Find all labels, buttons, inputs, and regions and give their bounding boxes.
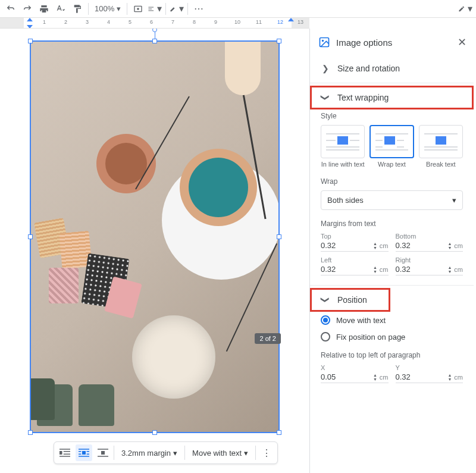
svg-rect-15: [98, 456, 108, 457]
more-icon[interactable]: ⋯: [192, 2, 206, 16]
svg-rect-6: [79, 449, 89, 450]
dropdown-icon: ▾: [244, 449, 248, 458]
wrap-label: Wrap: [321, 177, 463, 186]
svg-rect-5: [60, 456, 70, 457]
paint-format-icon[interactable]: [70, 2, 84, 16]
margins-label: Margins from text: [321, 220, 463, 228]
indent-marker[interactable]: [27, 18, 33, 21]
spellcheck-icon[interactable]: [54, 2, 68, 16]
stepper-icon[interactable]: ▲▼: [373, 265, 377, 274]
margin-left-input[interactable]: [321, 265, 371, 274]
move-dropdown[interactable]: Move with text ▾: [187, 444, 253, 461]
margin-bottom-input[interactable]: [396, 241, 446, 250]
image-content: [31, 42, 278, 432]
zoom-dropdown[interactable]: 100% ▾: [92, 4, 123, 13]
edit-icon[interactable]: ▾: [458, 2, 472, 16]
sidebar-title: Image options: [336, 37, 450, 48]
resize-handle[interactable]: [277, 39, 281, 43]
wrap-text-button[interactable]: [76, 444, 92, 461]
chevron-right-icon: ❯: [321, 64, 330, 73]
image-floating-toolbar: 3.2mm margin ▾ Move with text ▾ ⋮: [54, 441, 278, 464]
radio-fix-position[interactable]: Fix position on page: [321, 328, 463, 345]
horizontal-ruler[interactable]: 1 2 3 4 5 6 7 8 9 10 11 12 13: [0, 18, 309, 29]
style-label: Style: [321, 112, 463, 120]
section-position[interactable]: ❯ Position: [310, 288, 390, 312]
position-y-input[interactable]: [396, 372, 446, 381]
wrap-select[interactable]: Both sides ▾: [321, 190, 463, 210]
margin-bottom-field: Bottom ▲▼ cm: [396, 233, 464, 252]
margin-marker[interactable]: [288, 18, 294, 21]
stepper-icon[interactable]: ▲▼: [447, 265, 452, 274]
separator: [187, 3, 188, 15]
margin-dropdown[interactable]: 3.2mm margin ▾: [117, 444, 182, 461]
svg-rect-4: [64, 454, 70, 455]
svg-rect-7: [82, 451, 86, 455]
section-size-rotation[interactable]: ❯ Size and rotation: [310, 57, 474, 80]
separator: [184, 446, 185, 460]
margin-left-field: Left ▲▼ cm: [321, 256, 389, 275]
svg-rect-2: [60, 451, 62, 455]
redo-icon[interactable]: [20, 2, 35, 16]
wrap-inline-button[interactable]: [57, 444, 73, 461]
dropdown-icon: ▾: [452, 196, 456, 205]
separator: [127, 3, 127, 15]
svg-rect-10: [87, 451, 90, 452]
svg-rect-1: [60, 449, 70, 450]
wrap-break-button[interactable]: [95, 444, 111, 461]
svg-rect-14: [101, 451, 105, 455]
resize-handle[interactable]: [28, 430, 33, 435]
dropdown-icon: ▾: [173, 449, 177, 458]
margin-right-field: Right ▲▼ cm: [396, 256, 464, 275]
close-icon[interactable]: ✕: [456, 35, 468, 50]
svg-rect-9: [79, 454, 82, 455]
margin-top-field: Top ▲▼ cm: [321, 233, 389, 252]
stepper-icon[interactable]: ▲▼: [447, 242, 452, 250]
relative-label: Relative to top left of paragraph: [321, 351, 463, 359]
radio-move-with-text[interactable]: Move with text: [321, 312, 463, 328]
margin-right-input[interactable]: [396, 265, 446, 274]
svg-rect-11: [87, 454, 90, 455]
svg-rect-13: [98, 449, 108, 450]
svg-rect-8: [79, 451, 82, 452]
insert-image-icon[interactable]: [131, 2, 145, 16]
result-badge: 2 of 2: [255, 333, 281, 344]
chevron-down-icon: ❯: [321, 93, 330, 102]
separator: [165, 3, 166, 15]
undo-icon[interactable]: [4, 2, 18, 16]
stepper-icon[interactable]: ▲▼: [447, 373, 452, 381]
rotate-handle[interactable]: [152, 29, 157, 32]
position-x-field: X ▲▼ cm: [321, 364, 389, 383]
stepper-icon[interactable]: ▲▼: [373, 242, 377, 250]
document-canvas[interactable]: 2 of 2 3.2mm margin ▾ Move with text ▾: [0, 29, 309, 473]
svg-point-17: [322, 40, 324, 42]
margin-top-input[interactable]: [321, 241, 371, 250]
more-options-icon[interactable]: ⋮: [258, 444, 275, 461]
radio-icon: [321, 315, 330, 325]
border-color-icon[interactable]: ▾: [170, 2, 184, 16]
section-text-wrapping[interactable]: ❯ Text wrapping: [310, 86, 474, 109]
style-option-wrap[interactable]: Wrap text: [369, 125, 414, 168]
position-x-input[interactable]: [321, 372, 371, 381]
resize-handle[interactable]: [152, 39, 157, 43]
svg-rect-3: [64, 451, 70, 452]
sidebar-header: Image options ✕: [310, 29, 476, 57]
resize-handle[interactable]: [28, 234, 33, 239]
position-y-field: Y ▲▼ cm: [396, 364, 464, 383]
separator: [88, 3, 89, 15]
resize-handle[interactable]: [277, 430, 281, 435]
separator: [114, 446, 114, 460]
stepper-icon[interactable]: ▲▼: [373, 373, 377, 381]
align-icon[interactable]: ▾: [148, 2, 162, 16]
selected-image[interactable]: 2 of 2: [30, 40, 280, 433]
resize-handle[interactable]: [28, 39, 33, 43]
separator: [255, 446, 256, 460]
zoom-value: 100%: [95, 4, 114, 13]
main-toolbar: 100% ▾ ▾ ▾ ⋯ ▾: [0, 0, 476, 18]
image-icon: [318, 36, 330, 48]
resize-handle[interactable]: [152, 430, 157, 435]
style-option-inline[interactable]: In line with text: [321, 125, 365, 168]
style-option-break[interactable]: Break text: [419, 125, 463, 168]
resize-handle[interactable]: [277, 234, 281, 239]
radio-icon: [321, 332, 330, 342]
print-icon[interactable]: [37, 2, 51, 16]
